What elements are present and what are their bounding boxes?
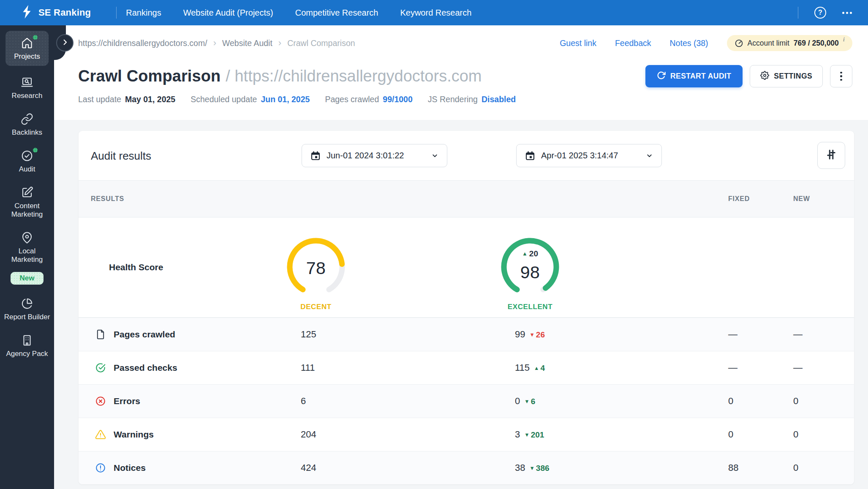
display-settings-button[interactable] xyxy=(817,142,845,169)
sidebar-item-label: Backlinks xyxy=(12,128,42,137)
chevron-separator-icon: › xyxy=(278,38,281,48)
calendar-icon xyxy=(525,151,535,161)
notes-link[interactable]: Notes (38) xyxy=(670,38,708,48)
settings-button[interactable]: SETTINGS xyxy=(750,65,823,87)
table-row-warnings[interactable]: Warnings 204 3▼201 0 0 xyxy=(79,418,854,451)
column-new: NEW xyxy=(793,195,854,203)
nav-rankings[interactable]: Rankings xyxy=(126,8,161,18)
backlinks-icon xyxy=(21,113,33,125)
kebab-menu-button[interactable] xyxy=(830,65,852,87)
crawl-date-to-select[interactable]: Apr-01 2025 3:14:47 xyxy=(516,144,662,167)
new-value: 0 xyxy=(793,429,854,440)
feedback-link[interactable]: Feedback xyxy=(615,38,651,48)
row-label: Passed checks xyxy=(114,363,177,373)
health-score-delta: ▲20 xyxy=(498,249,563,258)
sidebar-expand-button[interactable] xyxy=(56,34,73,52)
agency-pack-icon xyxy=(21,334,33,347)
pages-crawled-value[interactable]: 99/1000 xyxy=(383,95,413,104)
more-options-icon[interactable] xyxy=(842,12,852,14)
table-header-row: RESULTS FIXED NEW xyxy=(79,180,854,217)
sidebar-item-label: Audit xyxy=(19,165,35,174)
arrow-up-icon: ▲ xyxy=(522,250,528,257)
sidebar-item-content-marketing[interactable]: Content Marketing xyxy=(3,186,51,219)
sidebar-item-label: Agency Pack xyxy=(6,350,48,358)
arrow-down-icon: ▼ xyxy=(524,432,529,438)
audit-meta-row: Last update May 01, 2025 Scheduled updat… xyxy=(78,95,852,104)
help-icon[interactable]: ? xyxy=(814,7,826,19)
arrow-down-icon: ▼ xyxy=(529,465,534,471)
nav-competitive-research[interactable]: Competitive Research xyxy=(295,8,378,18)
chevron-separator-icon: › xyxy=(213,38,216,48)
page-icon xyxy=(95,329,106,340)
gear-icon xyxy=(760,71,769,82)
fixed-value: 0 xyxy=(728,396,793,407)
breadcrumb-site-url[interactable]: https://childrensallergydoctors.com/ xyxy=(78,38,207,48)
warning-triangle-icon xyxy=(95,429,106,440)
breadcrumb-crawl-comparison: Crawl Comparison xyxy=(287,38,355,48)
sidebar-item-agency-pack[interactable]: Agency Pack xyxy=(3,334,51,358)
scheduled-update-label: Scheduled update xyxy=(190,95,257,104)
brand[interactable]: SE Ranking xyxy=(0,5,91,20)
page-title: Crawl Comparison xyxy=(78,67,220,85)
value-before: 6 xyxy=(301,396,515,407)
value-before: 204 xyxy=(301,429,515,440)
brand-name: SE Ranking xyxy=(38,7,91,18)
sidebar-item-audit[interactable]: Audit xyxy=(3,149,51,174)
fixed-value: 0 xyxy=(728,429,793,440)
js-rendering-value[interactable]: Disabled xyxy=(482,95,516,104)
last-update-label: Last update xyxy=(78,95,121,104)
health-score-value: 98 xyxy=(498,263,563,283)
health-score-rating: DECENT xyxy=(267,303,365,311)
top-navbar: SE Ranking Rankings Website Audit (Proje… xyxy=(0,0,868,25)
row-label: Errors xyxy=(114,396,140,406)
settings-label: SETTINGS xyxy=(774,72,812,81)
fixed-value: — xyxy=(728,329,793,340)
sidebar-item-research[interactable]: Research xyxy=(3,76,51,100)
nav-website-audit[interactable]: Website Audit (Projects) xyxy=(183,8,273,18)
sidebar-item-label: Local Marketing xyxy=(3,247,51,264)
page-title-url: / https://childrensallergydoctors.com xyxy=(226,67,482,85)
breadcrumb: https://childrensallergydoctors.com/ › W… xyxy=(78,38,355,48)
restart-audit-button[interactable]: RESTART AUDIT xyxy=(645,65,743,87)
audit-results-card: Audit results Jun-01 2024 3:01:22 Apr-01… xyxy=(79,131,854,484)
table-row-errors[interactable]: Errors 6 0▼6 0 0 xyxy=(79,384,854,418)
health-gauge-after: ▲20 98 EXCELLENT xyxy=(498,234,563,317)
nav-keyword-research[interactable]: Keyword Research xyxy=(400,8,471,18)
sidebar-item-backlinks[interactable]: Backlinks xyxy=(3,113,51,137)
sidebar-item-projects[interactable]: Projects xyxy=(5,31,49,66)
sidebar-item-report-builder[interactable]: Report Builder xyxy=(3,297,51,321)
fixed-value: 88 xyxy=(728,462,793,473)
account-limit-pill[interactable]: Account limit 769 / 250,000 i xyxy=(727,35,852,51)
value-after: 38▼386 xyxy=(515,462,728,473)
notice-circle-icon xyxy=(95,462,106,473)
breadcrumb-website-audit[interactable]: Website Audit xyxy=(222,38,272,48)
value-after: 3▼201 xyxy=(515,429,728,440)
check-circle-icon xyxy=(95,362,106,373)
audit-check-icon xyxy=(21,149,33,162)
sidebar-item-local-marketing[interactable]: Local Marketing New xyxy=(3,231,51,285)
main-content: https://childrensallergydoctors.com/ › W… xyxy=(54,25,868,489)
table-row-notices[interactable]: Notices 424 38▼386 88 0 xyxy=(79,451,854,484)
error-circle-icon xyxy=(95,396,106,407)
scheduled-update-value[interactable]: Jun 01, 2025 xyxy=(261,95,310,104)
restart-audit-label: RESTART AUDIT xyxy=(670,72,731,81)
table-row-pages-crawled[interactable]: Pages crawled 125 99▼26 — — xyxy=(79,318,854,351)
sidebar-item-label: Content Marketing xyxy=(3,202,51,219)
new-badge: New xyxy=(11,272,44,285)
value-before: 111 xyxy=(301,362,515,373)
account-limit-value: 769 / 250,000 xyxy=(794,39,839,48)
arrow-down-icon: ▼ xyxy=(529,332,534,338)
new-value: — xyxy=(793,362,854,373)
crawl-date-from-value: Jun-01 2024 3:01:22 xyxy=(327,151,425,160)
health-score-rating: EXCELLENT xyxy=(481,303,580,311)
report-builder-icon xyxy=(21,297,33,310)
table-row-passed-checks[interactable]: Passed checks 111 115▲4 — — xyxy=(79,351,854,384)
local-marketing-icon xyxy=(21,231,33,244)
guest-link[interactable]: Guest link xyxy=(560,38,596,48)
navbar-divider-right xyxy=(798,7,798,19)
crawl-date-from-select[interactable]: Jun-01 2024 3:01:22 xyxy=(302,144,447,167)
audit-status-dot xyxy=(33,148,38,152)
research-icon xyxy=(21,76,33,89)
last-update-value: May 01, 2025 xyxy=(125,95,175,104)
health-score-label: Health Score xyxy=(109,262,301,272)
